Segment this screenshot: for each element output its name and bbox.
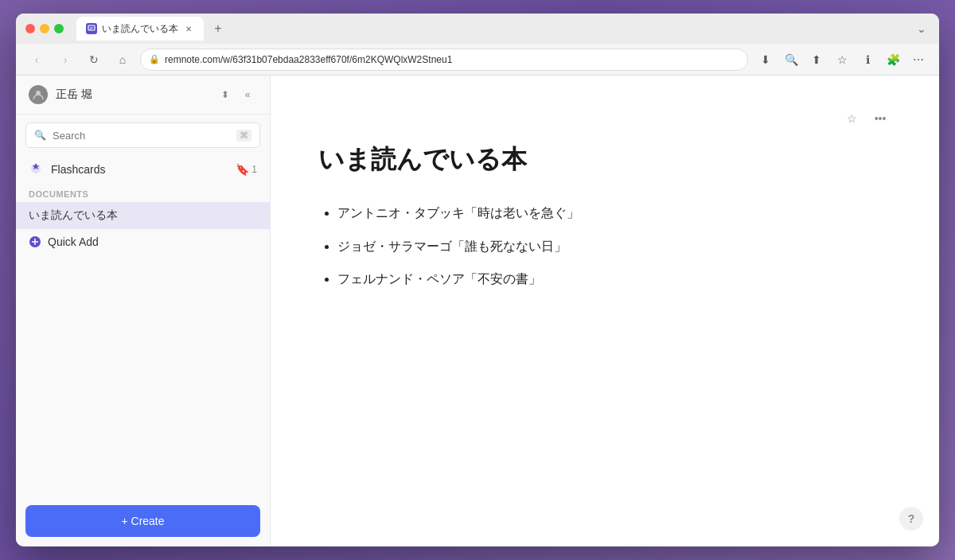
- flashcards-label: Flashcards: [51, 163, 228, 176]
- traffic-lights: [25, 24, 64, 33]
- sidebar-spacer: [16, 255, 270, 496]
- search-input[interactable]: [53, 130, 230, 142]
- minimize-button[interactable]: [40, 24, 49, 33]
- browser-window: いま読んでいる本 ✕ + ⌄ ‹ › ↻ ⌂ 🔒 remnote.com/w/6…: [16, 14, 939, 546]
- sidebar-item-flashcards[interactable]: Flashcards 🔖 1: [16, 156, 270, 183]
- more-icon[interactable]: ⋯: [907, 49, 930, 71]
- download-icon[interactable]: ⬇: [754, 49, 777, 71]
- help-button[interactable]: ?: [899, 507, 923, 531]
- home-button[interactable]: ⌂: [111, 49, 134, 71]
- active-tab[interactable]: いま読んでいる本 ✕: [76, 17, 204, 41]
- content-header: ☆ •••: [318, 107, 891, 130]
- tab-close-icon[interactable]: ✕: [183, 23, 194, 34]
- flashcard-icon: [29, 162, 43, 177]
- forward-button[interactable]: ›: [54, 49, 76, 71]
- tab-more-button[interactable]: ⌄: [914, 21, 930, 37]
- bullet-list: アントニオ・タブッキ「時は老いを急ぐ」ジョゼ・サラマーゴ「誰も死なない日」フェル…: [318, 203, 891, 290]
- star-button[interactable]: ☆: [840, 107, 863, 130]
- more-options-button[interactable]: •••: [869, 107, 891, 130]
- sidebar: 正岳 堀 ⬍ « 🔍 ⌘ Flashcards: [16, 76, 271, 546]
- sidebar-item-active-doc[interactable]: いま読んでいる本: [16, 202, 270, 229]
- lock-icon: 🔒: [149, 54, 160, 64]
- maximize-button[interactable]: [54, 24, 64, 33]
- flashcard-count: 1: [251, 164, 257, 175]
- flashcard-count-badge: 🔖 1: [236, 163, 257, 176]
- page-title: いま読んでいる本: [318, 142, 891, 177]
- toolbar-icons: ⬇ 🔍 ⬆ ☆ ℹ 🧩 ⋯: [754, 49, 930, 71]
- tabs-area: いま読んでいる本 ✕ + ⌄: [76, 17, 930, 41]
- tab-title: いま読んでいる本: [102, 22, 178, 36]
- avatar: [29, 85, 48, 104]
- new-tab-button[interactable]: +: [207, 18, 229, 40]
- sidebar-header: 正岳 堀 ⬍ «: [16, 76, 270, 115]
- expand-icon[interactable]: ⬍: [216, 85, 235, 104]
- extensions-icon[interactable]: 🧩: [882, 49, 904, 71]
- quick-add-label: Quick Add: [48, 235, 99, 248]
- bookmark-icon[interactable]: ☆: [831, 49, 853, 71]
- url-bar[interactable]: 🔒 remnote.com/w/63f31b07ebdaa2833eff670f…: [140, 49, 748, 71]
- share-icon[interactable]: ⬆: [805, 49, 828, 71]
- documents-section-header: DOCUMENTS: [16, 183, 270, 202]
- content-area: ☆ ••• いま読んでいる本 アントニオ・タブッキ「時は老いを急ぐ」ジョゼ・サラ…: [271, 76, 939, 546]
- create-button[interactable]: + Create: [25, 505, 260, 537]
- doc-item-label: いま読んでいる本: [29, 208, 118, 223]
- list-item: ジョゼ・サラマーゴ「誰も死なない日」: [337, 236, 891, 257]
- close-button[interactable]: [25, 24, 35, 33]
- search-bar[interactable]: 🔍 ⌘: [25, 122, 260, 148]
- search-magnifier-icon: 🔍: [34, 130, 46, 141]
- search-shortcut-badge: ⌘: [236, 130, 251, 142]
- header-actions: ⬍ «: [216, 85, 257, 104]
- main-area: 正岳 堀 ⬍ « 🔍 ⌘ Flashcards: [16, 76, 939, 546]
- info-icon[interactable]: ℹ: [856, 49, 879, 71]
- list-item: アントニオ・タブッキ「時は老いを急ぐ」: [337, 203, 891, 224]
- title-bar: いま読んでいる本 ✕ + ⌄: [16, 14, 939, 44]
- url-text: remnote.com/w/63f31b07ebdaa2833eff670f/6…: [165, 54, 739, 65]
- back-button[interactable]: ‹: [25, 49, 48, 71]
- tab-favicon: [86, 23, 97, 34]
- sidebar-item-quick-add[interactable]: Quick Add: [16, 229, 270, 255]
- address-bar: ‹ › ↻ ⌂ 🔒 remnote.com/w/63f31b07ebdaa283…: [16, 44, 939, 76]
- list-item: フェルナンド・ペソア「不安の書」: [337, 269, 891, 290]
- collapse-sidebar-icon[interactable]: «: [238, 85, 257, 104]
- search-icon[interactable]: 🔍: [780, 49, 802, 71]
- quick-add-icon: [29, 235, 41, 248]
- user-name: 正岳 堀: [56, 88, 208, 102]
- reload-button[interactable]: ↻: [83, 49, 105, 71]
